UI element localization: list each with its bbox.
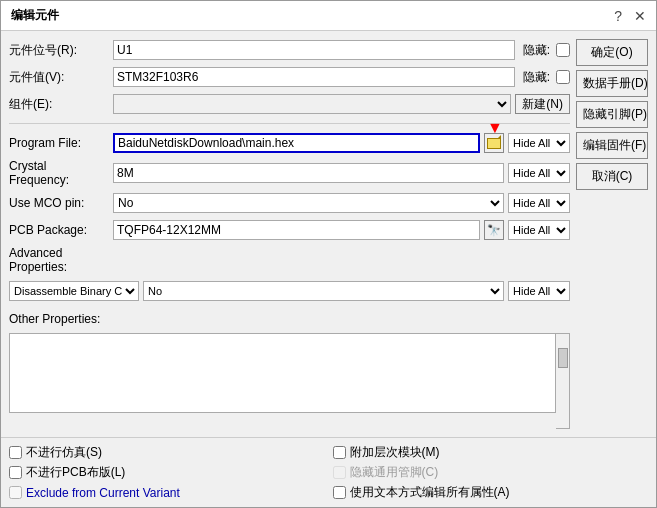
add-sub-module-item: 附加层次模块(M): [333, 444, 649, 461]
help-button[interactable]: ?: [612, 9, 624, 23]
other-props-container: [9, 333, 570, 429]
hide-common-pins-label: 隐藏通用管脚(C): [350, 464, 439, 481]
ok-button[interactable]: 确定(O): [576, 39, 648, 66]
advanced-props-row: Disassemble Binary Code Do Not Disassemb…: [9, 281, 570, 301]
add-sub-module-label: 附加层次模块(M): [350, 444, 440, 461]
edit-firmware-button[interactable]: 编辑固件(F): [576, 132, 648, 159]
main-content: 元件位号(R): 隐藏: 元件值(V): 隐藏: 组件(E): 新建(N): [1, 31, 656, 437]
program-file-label: Program File:: [9, 136, 109, 150]
close-button[interactable]: ✕: [632, 9, 648, 23]
group-select[interactable]: [113, 94, 511, 114]
divider-1: [9, 123, 570, 124]
program-file-hide-select[interactable]: Hide All: [508, 133, 570, 153]
pcb-package-label: PCB Package:: [9, 223, 109, 237]
new-button[interactable]: 新建(N): [515, 94, 570, 114]
pcb-package-hide-select[interactable]: Hide All: [508, 220, 570, 240]
edit-all-props-label: 使用文本方式编辑所有属性(A): [350, 484, 510, 501]
hidden-label-1: 隐藏:: [523, 42, 550, 59]
cancel-button[interactable]: 取消(C): [576, 163, 648, 190]
window-title: 编辑元件: [11, 7, 59, 24]
file-browse-button[interactable]: ▼: [484, 133, 504, 153]
other-label: Other Properties:: [9, 312, 100, 326]
hidden-checkbox-2[interactable]: [556, 70, 570, 84]
advanced-select2[interactable]: No Yes: [143, 281, 504, 301]
component-ref-label: 元件位号(R):: [9, 42, 109, 59]
scrollbar[interactable]: [556, 333, 570, 429]
exclude-variant-checkbox[interactable]: [9, 486, 22, 499]
pcb-search-button[interactable]: 🔭: [484, 220, 504, 240]
edit-component-dialog: 编辑元件 ? ✕ 元件位号(R): 隐藏: 元件值(V): 隐藏:: [0, 0, 657, 508]
form-area: 元件位号(R): 隐藏: 元件值(V): 隐藏: 组件(E): 新建(N): [9, 39, 570, 429]
pcb-package-input[interactable]: [113, 220, 480, 240]
titlebar: 编辑元件 ? ✕: [1, 1, 656, 31]
crystal-freq-input[interactable]: [113, 163, 504, 183]
advanced-hide-select[interactable]: Hide All: [508, 281, 570, 301]
program-file-input[interactable]: [113, 133, 480, 153]
no-pcb-checkbox[interactable]: [9, 466, 22, 479]
no-simulation-checkbox[interactable]: [9, 446, 22, 459]
hide-pins-button[interactable]: 隐藏引脚(P): [576, 101, 648, 128]
use-mco-row: Use MCO pin: No Yes Hide All: [9, 192, 570, 214]
crystal-freq-label: Crystal Frequency:: [9, 159, 109, 187]
scroll-thumb: [558, 348, 568, 368]
hidden-checkbox-1[interactable]: [556, 43, 570, 57]
datasheet-button[interactable]: 数据手册(D): [576, 70, 648, 97]
titlebar-buttons: ? ✕: [612, 9, 648, 23]
no-pcb-item: 不进行PCB布版(L): [9, 464, 325, 481]
crystal-freq-hide-select[interactable]: Hide All: [508, 163, 570, 183]
no-pcb-label: 不进行PCB布版(L): [26, 464, 125, 481]
program-file-row: Program File: ▼ Hide All: [9, 132, 570, 154]
use-mco-hide-select[interactable]: Hide All: [508, 193, 570, 213]
no-simulation-item: 不进行仿真(S): [9, 444, 325, 461]
edit-all-props-item: 使用文本方式编辑所有属性(A): [333, 484, 649, 501]
exclude-variant-label: Exclude from Current Variant: [26, 486, 180, 500]
component-val-label: 元件值(V):: [9, 69, 109, 86]
component-ref-input[interactable]: [113, 40, 515, 60]
advanced-select1[interactable]: Disassemble Binary Code Do Not Disassemb…: [9, 281, 139, 301]
add-sub-module-checkbox[interactable]: [333, 446, 346, 459]
group-row: 组件(E): 新建(N): [9, 93, 570, 115]
component-val-row: 元件值(V): 隐藏:: [9, 66, 570, 88]
pcb-package-row: PCB Package: 🔭 Hide All: [9, 219, 570, 241]
advanced-label: Advanced Properties:: [9, 246, 109, 274]
right-buttons: 确定(O) 数据手册(D) 隐藏引脚(P) 编辑固件(F) 取消(C): [576, 39, 648, 429]
component-val-input[interactable]: [113, 67, 515, 87]
advanced-props-label-row: Advanced Properties:: [9, 246, 570, 274]
edit-all-props-checkbox[interactable]: [333, 486, 346, 499]
crystal-freq-row: Crystal Frequency: Hide All: [9, 159, 570, 187]
hide-common-pins-checkbox[interactable]: [333, 466, 346, 479]
component-ref-row: 元件位号(R): 隐藏:: [9, 39, 570, 61]
use-mco-select[interactable]: No Yes: [113, 193, 504, 213]
no-simulation-label: 不进行仿真(S): [26, 444, 102, 461]
folder-icon: [487, 138, 501, 149]
other-props-textarea[interactable]: [9, 333, 556, 413]
hidden-label-2: 隐藏:: [523, 69, 550, 86]
group-label: 组件(E):: [9, 96, 109, 113]
other-props-label-row: Other Properties:: [9, 306, 570, 328]
use-mco-label: Use MCO pin:: [9, 196, 109, 210]
exclude-variant-item: Exclude from Current Variant: [9, 484, 325, 501]
binoculars-icon: 🔭: [487, 224, 501, 237]
hide-common-pins-item: 隐藏通用管脚(C): [333, 464, 649, 481]
bottom-checkboxes: 不进行仿真(S) 附加层次模块(M) 不进行PCB布版(L) 隐藏通用管脚(C)…: [1, 437, 656, 507]
arrow-indicator: ▼: [487, 120, 503, 136]
